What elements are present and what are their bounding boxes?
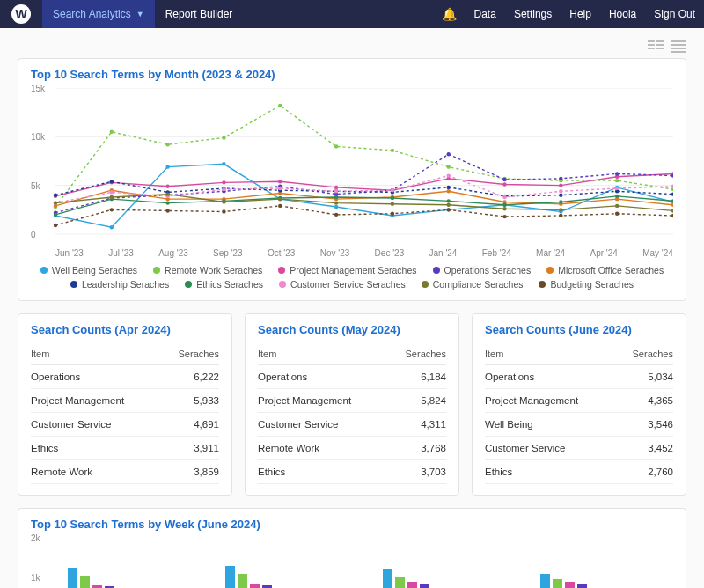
- svg-point-128: [391, 212, 394, 216]
- svg-point-85: [671, 192, 673, 195]
- bar[interactable]: [250, 584, 260, 588]
- card-search-counts: Search Counts (June 2024)ItemSerachesOpe…: [472, 313, 686, 496]
- svg-rect-5: [656, 48, 664, 49]
- svg-point-30: [278, 104, 282, 107]
- link-data[interactable]: Data: [466, 8, 505, 20]
- grid-view-icon[interactable]: [648, 40, 664, 53]
- svg-point-88: [165, 201, 169, 204]
- bar-group: [528, 574, 673, 589]
- legend-item[interactable]: Project Management Seraches: [278, 265, 416, 276]
- legend-item[interactable]: Well Being Seraches: [40, 265, 137, 276]
- svg-point-101: [222, 187, 225, 191]
- line-chart[interactable]: 05k10k15k: [31, 88, 673, 246]
- nav-search-analytics[interactable]: Search Analytics ▼: [42, 0, 155, 28]
- table-row: Ethics3,703: [258, 460, 446, 484]
- bar[interactable]: [383, 569, 392, 588]
- svg-point-47: [559, 183, 562, 187]
- legend-item[interactable]: Microsoft Office Seraches: [546, 265, 664, 276]
- svg-point-43: [334, 186, 338, 189]
- bar[interactable]: [565, 582, 575, 588]
- bar[interactable]: [80, 576, 90, 588]
- link-help[interactable]: Help: [561, 8, 600, 20]
- table-row: Customer Service4,311: [258, 413, 446, 437]
- bar[interactable]: [68, 568, 77, 588]
- legend-item[interactable]: Remote Work Seraches: [153, 265, 262, 276]
- svg-point-92: [391, 196, 394, 200]
- svg-point-107: [559, 189, 562, 193]
- link-user[interactable]: Hoola: [600, 8, 645, 20]
- bar-group: [213, 566, 358, 588]
- svg-point-40: [165, 185, 169, 188]
- svg-point-126: [278, 204, 282, 208]
- svg-point-129: [447, 208, 451, 211]
- card-title: Search Counts (Apr 2024): [31, 323, 219, 336]
- bar-chart[interactable]: [31, 538, 673, 588]
- svg-rect-3: [656, 44, 664, 46]
- svg-point-29: [222, 136, 225, 139]
- svg-point-120: [615, 204, 619, 208]
- svg-rect-7: [671, 44, 686, 46]
- svg-point-96: [615, 195, 619, 198]
- svg-point-125: [222, 209, 225, 213]
- svg-point-75: [110, 180, 114, 183]
- card-title: Search Counts (May 2024): [258, 323, 446, 336]
- card-top-terms-week: Top 10 Search Terms by Week (June 2024) …: [18, 508, 686, 588]
- svg-point-132: [615, 212, 619, 216]
- bar[interactable]: [420, 584, 429, 588]
- svg-rect-9: [671, 51, 686, 53]
- counts-table: ItemSerachesOperations6,222Project Manag…: [31, 343, 219, 484]
- svg-point-19: [334, 205, 338, 209]
- svg-point-59: [559, 177, 562, 180]
- svg-point-81: [447, 186, 451, 189]
- svg-point-118: [502, 207, 506, 210]
- list-view-icon[interactable]: [671, 40, 686, 53]
- logo[interactable]: W: [0, 4, 42, 24]
- table-row: Project Management4,365: [485, 389, 673, 413]
- counts-row: Search Counts (Apr 2024)ItemSerachesOper…: [18, 313, 686, 508]
- legend-item[interactable]: Customer Service Seraches: [279, 279, 406, 290]
- svg-point-113: [222, 200, 225, 203]
- table-row: Customer Service4,691: [31, 413, 219, 437]
- legend-item[interactable]: Operations Seraches: [433, 265, 532, 276]
- legend-item[interactable]: Compliance Seraches: [422, 279, 524, 290]
- nav-label: Report Builder: [165, 8, 233, 20]
- table-row: Operations6,184: [258, 365, 446, 389]
- table-row: Operations6,222: [31, 365, 219, 389]
- svg-point-95: [559, 200, 562, 203]
- legend-item[interactable]: Ethics Seraches: [185, 279, 263, 290]
- bell-icon[interactable]: 🔔: [433, 7, 466, 21]
- svg-point-31: [334, 144, 338, 148]
- svg-point-121: [671, 209, 673, 212]
- link-settings[interactable]: Settings: [505, 8, 561, 20]
- card-title: Top 10 Search Terms by Week (June 2024): [31, 518, 673, 531]
- svg-point-111: [110, 195, 114, 199]
- bar[interactable]: [225, 566, 235, 588]
- nav-report-builder[interactable]: Report Builder: [155, 0, 244, 28]
- bar[interactable]: [553, 579, 562, 588]
- svg-point-106: [502, 195, 506, 199]
- counts-table: ItemSerachesOperations5,034Project Manag…: [485, 343, 673, 484]
- svg-point-28: [165, 143, 169, 146]
- svg-point-83: [559, 194, 562, 197]
- svg-point-16: [165, 165, 169, 168]
- svg-point-119: [559, 208, 562, 211]
- card-title: Search Counts (June 2024): [485, 323, 673, 336]
- svg-point-27: [110, 130, 114, 134]
- svg-point-114: [278, 197, 282, 201]
- table-row: Project Management5,933: [31, 389, 219, 413]
- legend-item[interactable]: Budgeting Seraches: [539, 279, 634, 290]
- link-signout[interactable]: Sign Out: [645, 8, 704, 20]
- table-row: Remote Work3,859: [31, 460, 219, 484]
- svg-rect-1: [656, 40, 664, 42]
- svg-point-131: [559, 214, 562, 217]
- card-title: Top 10 Search Terms by Month (2023 & 202…: [31, 68, 673, 81]
- table-row: Remote Work3,768: [258, 437, 446, 460]
- bar[interactable]: [577, 584, 587, 588]
- bar[interactable]: [540, 574, 550, 589]
- bar[interactable]: [238, 574, 247, 589]
- chevron-down-icon: ▼: [136, 10, 144, 18]
- svg-point-57: [447, 152, 451, 156]
- legend-item[interactable]: Leadership Seraches: [70, 279, 169, 290]
- bar[interactable]: [407, 582, 417, 589]
- bar[interactable]: [395, 577, 405, 588]
